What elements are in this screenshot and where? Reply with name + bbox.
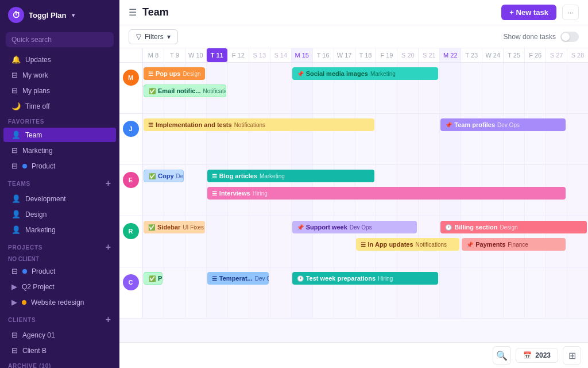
date-cell-S-14: S 14	[270, 48, 291, 62]
show-done-toggle[interactable]	[560, 32, 579, 42]
sidebar-item-mywork[interactable]: ⊟ My work	[3, 68, 116, 82]
task-label: Temperat...	[219, 275, 253, 282]
toggle-knob	[562, 33, 570, 41]
task-bar-test-week-preparations[interactable]: 🕐Test week preparationsHiring	[292, 272, 439, 285]
mywork-icon: ⊟	[11, 71, 18, 79]
sidebar-item-agency[interactable]: ⊟ Agency 01	[3, 328, 116, 342]
sidebar-item-clientb[interactable]: ⊟ Client B	[3, 343, 116, 358]
sidebar-item-q2[interactable]: ▶ Q2 Project	[3, 279, 116, 294]
add-team-button[interactable]: +	[106, 178, 111, 189]
no-client-label: NO CLIENT	[0, 255, 119, 263]
user-row-maya: M☰Pop upsDesign📌Social media imagesMarke…	[119, 63, 588, 114]
task-label: Payments	[475, 241, 505, 248]
task-bar-social-media-images[interactable]: 📌Social media imagesMarketing	[292, 67, 439, 80]
avatar-col-ryan: R	[119, 216, 142, 267]
sidebar-item-marketing[interactable]: ⊟ Marketing	[3, 143, 116, 158]
grid-col	[546, 267, 567, 318]
date-cell-M-8: M 8	[142, 48, 164, 62]
task-sublabel: Finance	[508, 241, 528, 248]
agency-icon: ⊟	[11, 331, 18, 339]
task-bar-sidebar[interactable]: ✅SidebarUI Fixes	[144, 221, 205, 233]
sidebar-item-updates[interactable]: 🔔 Updates	[3, 52, 116, 67]
filters-button[interactable]: ▽ Filters ▾	[129, 29, 178, 44]
grid-button[interactable]: ⊞	[563, 346, 581, 365]
task-bar-pay[interactable]: ✅Pay...Finance	[144, 272, 163, 285]
clients-section: CLIENTS +	[0, 310, 119, 327]
task-bar-payments[interactable]: 📌PaymentsFinance	[462, 238, 566, 251]
task-bar-billing-section[interactable]: 🕐Billing sectionDesign	[440, 221, 587, 233]
toolbar: ▽ Filters ▾ Show done tasks	[119, 25, 588, 48]
task-icon: ☰	[148, 71, 153, 77]
website-arrow-icon: ▶	[11, 298, 17, 306]
grid-icon: ⊞	[568, 350, 576, 361]
task-bar-support-week[interactable]: 📌Support weekDev Ops	[292, 221, 417, 233]
date-cell-S-21: S 21	[418, 48, 439, 62]
myplans-icon: ⊟	[11, 86, 18, 95]
avatar-maya: M	[123, 70, 139, 86]
timeline-josh: ☰Implementation and testsNotifications📌T…	[142, 114, 588, 164]
sidebar-item-marketing-team[interactable]: 👤 Marketing	[3, 223, 116, 237]
grid-col	[439, 267, 461, 318]
design-icon: 👤	[11, 210, 21, 218]
task-icon: 📌	[445, 122, 452, 128]
team-icon: 👤	[11, 131, 21, 139]
sidebar-item-team[interactable]: 👤 Team	[3, 128, 116, 142]
user-row-claire: C✅Pay...Finance☰Temperat...Dev Ops🕐Test …	[119, 267, 588, 319]
development-icon: 👤	[11, 194, 21, 203]
sidebar-item-website[interactable]: ▶ Website redesign	[3, 295, 116, 309]
avatar-josh: J	[123, 121, 139, 137]
task-bar-interviews[interactable]: ☰InterviewsHiring	[207, 187, 566, 200]
add-client-button[interactable]: +	[106, 315, 111, 325]
task-icon: 📌	[297, 71, 304, 77]
task-bar-team-profiles[interactable]: 📌Team profilesDev Ops	[440, 118, 566, 131]
filter-icon: ▽	[136, 33, 141, 41]
sidebar-item-product-fav[interactable]: ⊟ Product	[3, 159, 116, 173]
task-sublabel: Design	[183, 71, 200, 77]
calendar-icon: 📅	[523, 351, 532, 359]
task-sublabel: Marketing	[370, 71, 396, 77]
task-icon: ✅	[148, 224, 155, 231]
archive-section: ARCHIVE (10)	[0, 358, 119, 368]
task-bar-in-app-updates[interactable]: ☰In App updatesNotifications	[356, 238, 460, 251]
website-dot	[22, 300, 26, 305]
year-selector[interactable]: 📅 2023	[516, 348, 558, 363]
date-cell-M-15: M 15	[291, 48, 312, 62]
more-options-button[interactable]: ···	[562, 5, 579, 20]
sidebar-header[interactable]: ⏱ Toggl Plan ▾	[0, 0, 119, 30]
grid-col	[206, 216, 227, 267]
task-sublabel: Design	[176, 173, 184, 179]
task-icon: ✅	[149, 275, 156, 282]
grid-col	[418, 114, 439, 164]
sidebar-item-myplans[interactable]: ⊟ My plans	[3, 83, 116, 98]
search-input[interactable]	[6, 32, 114, 47]
task-bar-email-notific[interactable]: ✅Email notific...Notifications	[144, 85, 226, 97]
add-project-button[interactable]: +	[106, 242, 111, 252]
task-label: Blog articles	[219, 172, 257, 179]
task-bar-copy[interactable]: ✅CopyDesign	[144, 170, 184, 182]
task-bar-blog-articles[interactable]: ☰Blog articlesMarketing	[207, 170, 375, 182]
sidebar-item-product[interactable]: ⊟ Product	[3, 264, 116, 278]
timeoff-icon: 🌙	[11, 102, 21, 110]
task-sublabel: Notifications	[416, 241, 447, 248]
sidebar-item-timeoff[interactable]: 🌙 Time off	[3, 99, 116, 113]
new-task-button[interactable]: + New task	[501, 5, 556, 20]
date-cell-M-22: M 22	[439, 48, 461, 62]
grid-col	[164, 267, 185, 318]
task-bar-temperat[interactable]: ☰Temperat...Dev Ops	[207, 272, 269, 285]
hamburger-icon[interactable]: ☰	[129, 7, 137, 18]
task-icon: 🕐	[445, 224, 452, 231]
grid-col	[270, 63, 291, 113]
task-sublabel: Dev Ops	[350, 224, 372, 231]
zoom-button[interactable]: 🔍	[493, 346, 511, 365]
task-bar-implementation-and-tests[interactable]: ☰Implementation and testsNotifications	[144, 118, 374, 131]
task-label: Sidebar	[157, 224, 180, 231]
calendar-container[interactable]: M 8T 9W 10T 11F 12S 13S 14M 15T 16W 17T …	[119, 48, 588, 342]
task-icon: ☰	[361, 241, 366, 248]
user-row-josh: J☰Implementation and testsNotifications📌…	[119, 114, 588, 165]
task-bar-pop-ups[interactable]: ☰Pop upsDesign	[144, 67, 205, 80]
sidebar-item-development[interactable]: 👤 Development	[3, 191, 116, 206]
sidebar-item-design[interactable]: 👤 Design	[3, 207, 116, 221]
grid-col	[249, 216, 270, 267]
task-sublabel: Dev Ops	[497, 122, 520, 128]
date-cell-T-11: T 11	[206, 48, 227, 62]
